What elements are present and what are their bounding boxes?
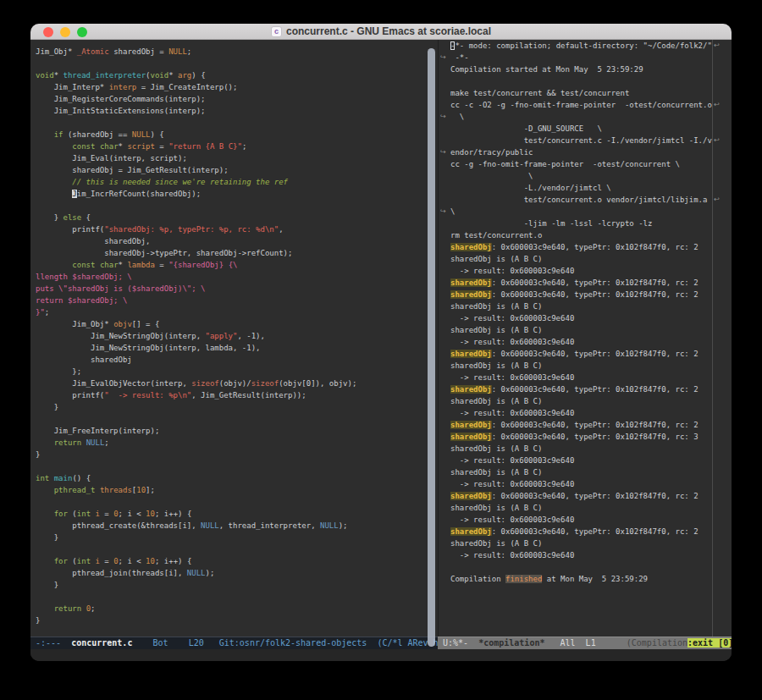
code-line[interactable]: } (36, 401, 437, 413)
code-line[interactable]: } (36, 449, 437, 460)
code-line[interactable]: const char* script = "return {A B C}"; (36, 141, 437, 152)
output-line[interactable]: \↪ (450, 111, 732, 123)
output-line[interactable]: Compilation started at Mon May 5 23:59:2… (450, 63, 732, 75)
output-line[interactable]: cc -c -O2 -g -fno-omit-frame-pointer -ot… (450, 99, 732, 111)
code-line[interactable]: } (36, 532, 437, 543)
code-line[interactable]: llength $sharedObj; \ (36, 271, 437, 283)
code-line[interactable]: // this is needed since we're retaining … (36, 176, 437, 188)
code-line[interactable]: }"; (36, 306, 437, 318)
output-line[interactable]: -> result: 0x600003c9e640 (450, 336, 732, 348)
output-line[interactable]: make test/concurrent && test/concurrent (450, 87, 732, 99)
code-line[interactable]: puts \"sharedObj is ($sharedObj)\"; \ (36, 283, 437, 295)
code-line[interactable]: for (int i = 0; i < 10; i++) { (36, 508, 437, 520)
echo-area[interactable]: Compilation finished (30, 649, 732, 661)
code-line[interactable]: sharedObj, (36, 235, 437, 247)
output-line[interactable]: sharedObj is (A B C) (450, 466, 732, 478)
output-line[interactable]: sharedObj: 0x600003c9e640, typePtr: 0x10… (450, 490, 732, 502)
code-line[interactable]: Jim_Obj* objv[] = { (36, 318, 437, 330)
output-line[interactable]: -> result: 0x600003c9e640 (450, 372, 732, 383)
code-line[interactable]: Jim_Interp* interp = Jim_CreateInterp(); (36, 81, 437, 93)
code-line[interactable]: return NULL; (36, 437, 437, 449)
code-line[interactable]: printf("sharedObj: %p, typePtr: %p, rc: … (36, 223, 437, 235)
code-line[interactable]: printf(" -> result: %p\n", Jim_GetResult… (36, 389, 437, 401)
output-line[interactable]: -> result: 0x600003c9e640 (450, 478, 732, 490)
code-line[interactable]: Jim_FreeInterp(interp); (36, 425, 437, 437)
modeline-code[interactable]: -:--- concurrent.c Bot L20 Git:osnr/folk… (30, 637, 438, 649)
code-line[interactable]: } (36, 579, 437, 591)
code-buffer[interactable]: Jim_Obj* _Atomic sharedObj = NULL;void* … (30, 40, 437, 637)
code-line[interactable]: int main() { (36, 472, 437, 484)
output-line[interactable]: sharedObj: 0x600003c9e640, typePtr: 0x10… (450, 289, 732, 300)
code-line[interactable]: sharedObj (36, 354, 437, 366)
output-line[interactable]: sharedObj: 0x600003c9e640, typePtr: 0x10… (450, 277, 732, 289)
code-line[interactable]: sharedObj = Jim_GetResult(interp); (36, 164, 437, 176)
code-line[interactable]: for (int i = 0; i < 10; i++) { (36, 555, 437, 567)
code-line[interactable]: const char* lambda = "{sharedObj} {\ (36, 259, 437, 271)
output-line[interactable]: sharedObj is (A B C) (450, 443, 732, 455)
compilation-buffer[interactable]: -*- mode: compilation; default-directory… (438, 40, 732, 637)
code-line[interactable]: } (36, 615, 437, 626)
code-line[interactable]: } else { (36, 212, 437, 223)
code-line[interactable] (36, 413, 437, 425)
output-line[interactable]: -> result: 0x600003c9e640 (450, 265, 732, 277)
code-line[interactable]: sharedObj->typePtr, sharedObj->refCount)… (36, 247, 437, 259)
code-line[interactable]: void* thread_interpreter(void* arg) { (36, 69, 437, 81)
output-line[interactable]: sharedObj is (A B C) (450, 253, 732, 265)
output-line[interactable]: -> result: 0x600003c9e640 (450, 514, 732, 526)
output-line[interactable] (450, 561, 732, 573)
code-line[interactable]: Jim_IncrRefCount(sharedObj); (36, 188, 437, 200)
output-line[interactable]: -> result: 0x600003c9e640 (450, 455, 732, 466)
code-line[interactable]: return $sharedObj; \ (36, 295, 437, 306)
left-window-scrollbar[interactable] (428, 48, 435, 647)
output-line[interactable]: cc -g -fno-omit-frame-pointer -otest/con… (450, 158, 732, 170)
code-line[interactable]: Jim_RegisterCoreCommands(interp); (36, 93, 437, 105)
code-line[interactable] (36, 543, 437, 555)
output-line[interactable]: sharedObj is (A B C) (450, 395, 732, 407)
code-line[interactable]: if (sharedObj == NULL) { (36, 129, 437, 141)
code-line[interactable]: Jim_Obj* _Atomic sharedObj = NULL; (36, 46, 437, 58)
output-line[interactable]: -*- mode: compilation; default-directory… (450, 40, 732, 52)
code-line[interactable]: Jim_InitStaticExtensions(interp); (36, 105, 437, 117)
output-line[interactable]: sharedObj is (A B C) (450, 502, 732, 514)
zoom-button[interactable] (77, 27, 87, 37)
output-line[interactable]: sharedObj: 0x600003c9e640, typePtr: 0x10… (450, 241, 732, 253)
code-line[interactable]: Jim_EvalObjVector(interp, sizeof(objv)/s… (36, 378, 437, 389)
output-line[interactable]: sharedObj is (A B C) (450, 360, 732, 372)
output-line[interactable]: rm test/concurrent.o (450, 229, 732, 241)
code-line[interactable]: Jim_Eval(interp, script); (36, 152, 437, 164)
close-button[interactable] (43, 27, 53, 37)
code-line[interactable]: pthread_join(threads[i], NULL); (36, 567, 437, 579)
output-line[interactable]: -L./vendor/jimtcl \ (450, 182, 732, 194)
code-line[interactable] (36, 200, 437, 212)
output-line[interactable]: -> result: 0x600003c9e640 (450, 549, 732, 561)
code-line[interactable] (36, 496, 437, 508)
output-line[interactable]: test/concurrent.c -I./vendor/jimtcl -I./… (450, 135, 732, 146)
modeline-compilation[interactable]: U:%*- *compilation* All L1 (Compilation:… (438, 637, 732, 649)
output-line[interactable]: -ljim -lm -lssl -lcrypto -lz (450, 218, 732, 229)
output-line[interactable]: \ (450, 170, 732, 182)
code-line[interactable] (36, 58, 437, 69)
code-line[interactable]: pthread_create(&threads[i], NULL, thread… (36, 520, 437, 532)
code-line[interactable] (36, 591, 437, 603)
output-line[interactable]: Compilation finished at Mon May 5 23:59:… (450, 573, 732, 585)
output-line[interactable]: test/concurrent.o vendor/jimtcl/libjim.a… (450, 194, 732, 206)
output-line[interactable]: sharedObj is (A B C) (450, 300, 732, 312)
code-line[interactable] (36, 117, 437, 129)
output-line[interactable]: sharedObj: 0x600003c9e640, typePtr: 0x10… (450, 383, 732, 395)
code-line[interactable]: pthread_t threads[10]; (36, 484, 437, 496)
output-line[interactable]: sharedObj: 0x600003c9e640, typePtr: 0x10… (450, 419, 732, 431)
output-line[interactable]: sharedObj: 0x600003c9e640, typePtr: 0x10… (450, 348, 732, 360)
minimize-button[interactable] (60, 27, 70, 37)
output-line[interactable]: sharedObj is (A B C) (450, 537, 732, 549)
output-line[interactable]: sharedObj: 0x600003c9e640, typePtr: 0x10… (450, 431, 732, 443)
code-line[interactable]: }; (36, 366, 437, 378)
output-line[interactable] (450, 75, 732, 87)
code-line[interactable]: return 0; (36, 603, 437, 615)
titlebar[interactable]: c concurrent.c - GNU Emacs at scoriae.lo… (30, 24, 732, 40)
output-line[interactable]: -> result: 0x600003c9e640 (450, 407, 732, 419)
output-line[interactable]: endor/tracy/public↪ (450, 146, 732, 158)
code-line[interactable]: Jim_NewStringObj(interp, lambda, -1), (36, 342, 437, 354)
code-line[interactable]: Jim_NewStringObj(interp, "apply", -1), (36, 330, 437, 342)
output-line[interactable]: -> result: 0x600003c9e640 (450, 312, 732, 324)
output-line[interactable]: \↪ (450, 206, 732, 218)
